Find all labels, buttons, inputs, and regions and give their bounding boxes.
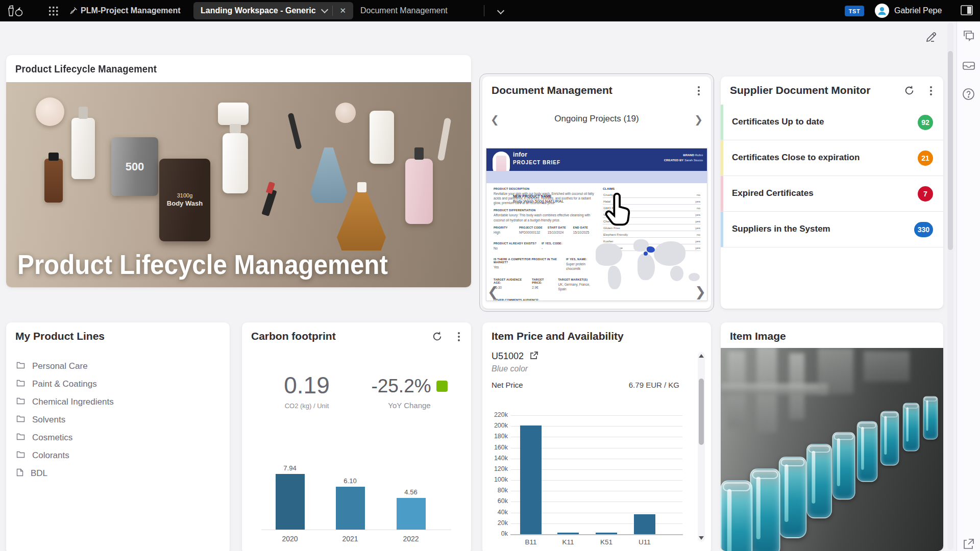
brief-section: PRODUCT DESCRIPTIONRevitalize your skin … [494, 187, 596, 205]
supplier-status-row[interactable]: Suppliers in the System330 [721, 212, 943, 247]
plm-hero-image[interactable]: 500 3100gBody Wash Product Li [6, 82, 471, 287]
brief-doc-type: PROJECT BRIEF [513, 160, 560, 165]
gridline [511, 437, 682, 437]
brief-field-row: PRODUCT ALREADY EXISTS?NoIF YES, CODE:- [494, 242, 596, 254]
panel-toggle-icon[interactable] [961, 5, 973, 15]
chevron-down-icon[interactable] [321, 6, 328, 13]
refresh-icon[interactable] [432, 331, 443, 342]
doc-card-title: Document Management [492, 84, 612, 96]
card-product-lifecycle-management: Product Lifecycle Management 500 3100gBo… [6, 55, 471, 287]
count-badge: 7 [918, 186, 933, 202]
product-line-item[interactable]: Chemical Ingredients [16, 393, 210, 411]
product-line-item[interactable]: Personal Care [16, 357, 210, 375]
count-badge: 21 [918, 151, 933, 166]
gridline [511, 448, 682, 448]
infor-food-beverage-logo[interactable] [7, 5, 28, 18]
active-workspace-tab[interactable]: Landing Workspace - Generic ✕ [193, 2, 353, 19]
plm-dashboard-screen: PLM-Project Management Landing Workspace… [0, 0, 980, 551]
brief-field: OTHER COMMENTS AUDIENCE:- [494, 298, 540, 301]
project-brief-preview[interactable]: infor PROJECT BRIEF BRAND Rofini CREATED… [486, 148, 707, 301]
bar-value-label: 4.56 [396, 488, 426, 496]
chart-bar [557, 533, 579, 534]
tube-shape [903, 403, 919, 451]
right-icon-rail [957, 21, 980, 551]
x-tick-label: K51 [589, 538, 624, 546]
folder-icon [16, 397, 25, 407]
open-in-new-icon[interactable] [962, 538, 975, 550]
brief-field: IF YES, NAME:Super protein chocomilk [566, 258, 596, 271]
product-line-item[interactable]: Colorants [16, 446, 210, 464]
product-lines-title: My Product Lines [15, 330, 105, 342]
bar-value-label: 6.10 [335, 477, 365, 485]
y-tick-label: 60k [486, 497, 508, 505]
brief-field-value: UK, Germany, France, Spain [558, 282, 596, 291]
yoy-value: -25.2% [371, 375, 431, 397]
scrollbar-thumb[interactable] [699, 379, 704, 445]
product-line-item[interactable]: BDL [16, 464, 210, 482]
doc-next-icon[interactable]: ❯ [695, 285, 706, 298]
product-line-item[interactable]: Solvents [16, 411, 210, 429]
brief-section: PRODUCT DIFFERENTIATIONAffordable luxury… [494, 209, 596, 222]
environment-badge[interactable]: TST [845, 6, 864, 16]
topbar-divider [484, 5, 484, 16]
scroll-up-icon[interactable] [699, 354, 704, 358]
brief-field-label: TARGET AUDIENCE AGE: [494, 278, 527, 284]
card-my-product-lines: My Product Lines Personal CarePaint & Co… [6, 322, 230, 551]
vertical-scrollbar-thumb[interactable] [948, 51, 953, 250]
brief-field-value: Affordable luxury: This body wash combin… [494, 213, 596, 222]
app-menu-grid-icon[interactable] [48, 6, 60, 17]
help-icon[interactable] [962, 88, 975, 101]
doc-prev-icon[interactable]: ❮ [487, 285, 499, 298]
product-line-label: BDL [31, 468, 47, 479]
scroll-down-icon[interactable] [699, 536, 704, 540]
gridline [511, 415, 682, 416]
supplier-status-row[interactable]: Certificates Close to expiration21 [721, 140, 943, 176]
tab-document-management[interactable]: Document Management [360, 6, 448, 15]
y-tick-label: 140k [486, 455, 508, 462]
carousel-next-icon[interactable]: ❯ [694, 114, 703, 124]
inbox-icon[interactable] [962, 60, 975, 71]
supplier-status-row[interactable]: Certificates Up to date92 [721, 105, 943, 140]
item-price-title: Item Price and Availability [492, 330, 624, 342]
tab-overflow-chevron-icon[interactable] [498, 7, 503, 15]
gridline [511, 469, 682, 470]
brief-field-label: TARGET PRICE: [532, 278, 553, 284]
external-link-icon[interactable] [529, 351, 538, 360]
pin-icon[interactable] [69, 7, 78, 15]
product-line-label: Paint & Coatings [32, 379, 97, 389]
yoy-label: YoY Change [358, 401, 460, 410]
card-item-price-availability: Item Price and Availability U51002 Blue … [482, 322, 711, 551]
brief-field: TARGET MARKET(S)UK, Germany, France, Spa… [558, 278, 596, 291]
gridline [511, 523, 682, 524]
brief-field-row: TARGET AUDIENCE AGE:16-30TARGET PRICE:2.… [494, 278, 596, 295]
product-line-item[interactable]: Cosmetics [16, 429, 210, 446]
edit-workspace-pencil-icon[interactable] [925, 30, 938, 43]
avatar[interactable] [875, 4, 889, 18]
product-line-label: Colorants [32, 450, 69, 461]
brief-field-value: High [494, 230, 514, 235]
refresh-icon[interactable] [904, 85, 915, 96]
topbar-product-name[interactable]: PLM-Project Management [81, 6, 181, 15]
kebab-menu-icon[interactable] [926, 85, 936, 97]
gridline [511, 502, 682, 502]
product-shape [335, 103, 356, 123]
kebab-menu-icon[interactable] [694, 85, 704, 97]
chart-bar [634, 514, 655, 534]
y-tick-label: 80k [486, 487, 508, 494]
net-price-label: Net Price [492, 381, 523, 389]
user-name[interactable]: Gabriel Pepe [894, 6, 942, 15]
bar-value-label: 7.94 [275, 464, 305, 472]
brief-field-label: PRIORITY [494, 226, 514, 229]
brief-field-label: PROJECT CODE [519, 226, 543, 229]
kebab-menu-icon[interactable] [454, 331, 464, 343]
card-document-management: Document Management ❮ Ongoing Projects (… [482, 77, 711, 309]
tube-shape [721, 480, 752, 551]
supplier-status-row[interactable]: Expired Certificates7 [721, 176, 943, 212]
product-line-item[interactable]: Paint & Coatings [16, 375, 210, 393]
close-tab-icon[interactable]: ✕ [338, 5, 349, 16]
card-supplier-document-monitor: Supplier Document Monitor Certificates U… [721, 77, 943, 309]
active-tab-label: Landing Workspace - Generic [201, 6, 316, 15]
product-shape [437, 118, 451, 161]
workspaces-icon[interactable] [962, 30, 975, 42]
y-tick-label: 200k [486, 422, 508, 429]
